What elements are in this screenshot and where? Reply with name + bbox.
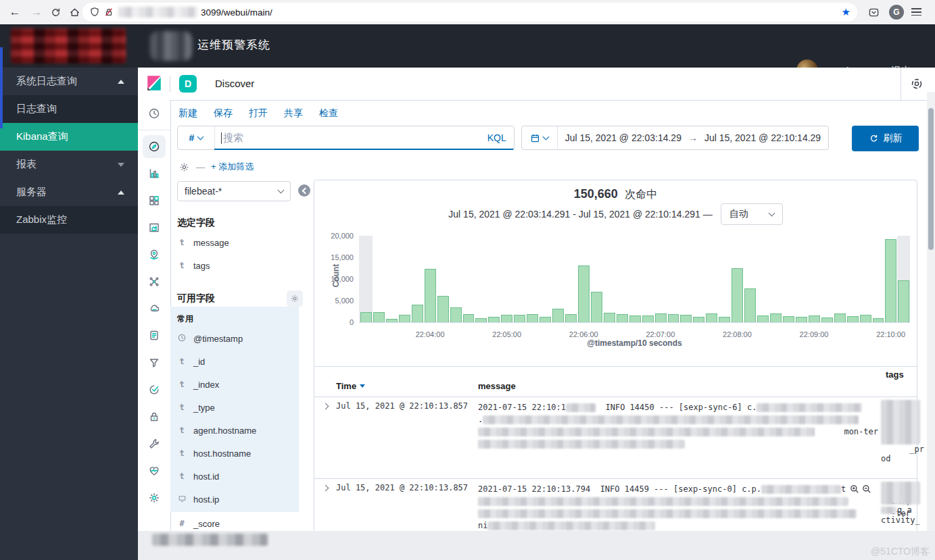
- pocket-button[interactable]: [864, 0, 883, 24]
- histogram-bar[interactable]: [411, 236, 424, 322]
- field-settings-button[interactable]: [287, 290, 303, 307]
- time-range[interactable]: Jul 15, 2021 @ 22:03:14.29 → Jul 15, 202…: [558, 132, 828, 143]
- sidebar-item-1[interactable]: 日志查询: [0, 95, 138, 123]
- histogram-bar[interactable]: [424, 236, 437, 322]
- rail-logs[interactable]: [138, 322, 170, 349]
- rail-discover[interactable]: [138, 133, 170, 160]
- toolbar-link-0[interactable]: 新建: [178, 107, 197, 118]
- field-item-agent.hostname[interactable]: tagent.hostname: [177, 419, 299, 442]
- histogram-bar[interactable]: [846, 236, 859, 322]
- histogram-bar[interactable]: [679, 236, 692, 322]
- collapse-fields-button[interactable]: [298, 184, 310, 197]
- histogram-bar[interactable]: [629, 236, 642, 322]
- help-button[interactable]: [911, 78, 923, 93]
- histogram-bar[interactable]: [616, 236, 629, 322]
- histogram-bar[interactable]: [757, 236, 769, 322]
- histogram-bar[interactable]: [667, 236, 680, 322]
- field-item-host.id[interactable]: thost.id: [177, 465, 299, 488]
- histogram-bar[interactable]: [539, 236, 552, 322]
- histogram-bar[interactable]: [373, 236, 385, 322]
- field-item-host.ip[interactable]: host.ip: [177, 488, 299, 511]
- histogram-bar[interactable]: [360, 236, 373, 322]
- histogram-bar[interactable]: [884, 236, 897, 322]
- histogram-bar[interactable]: [437, 236, 450, 322]
- url-bar[interactable]: 3099/webui/main/ ★: [82, 3, 857, 22]
- toolbar-link-2[interactable]: 打开: [249, 107, 268, 118]
- scrollbar[interactable]: [927, 92, 935, 531]
- rail-uptime[interactable]: [138, 376, 170, 403]
- rail-stack-monitoring[interactable]: [138, 457, 170, 484]
- home-button[interactable]: [65, 0, 84, 24]
- histogram-bar[interactable]: [462, 236, 475, 322]
- histogram-bar[interactable]: [500, 236, 513, 322]
- histogram-bar[interactable]: [795, 236, 808, 322]
- field-item-_index[interactable]: t_index: [177, 373, 299, 396]
- histogram-bar[interactable]: [692, 236, 705, 322]
- forward-button[interactable]: →: [27, 0, 46, 24]
- scrollbar-thumb[interactable]: [928, 108, 934, 250]
- reload-button[interactable]: [46, 0, 65, 24]
- time-from[interactable]: Jul 15, 2021 @ 22:03:14.29: [565, 132, 681, 143]
- magnify-plus-icon[interactable]: [850, 484, 859, 494]
- toolbar-link-3[interactable]: 共享: [284, 107, 303, 118]
- account-button[interactable]: G: [887, 0, 906, 24]
- kibana-logo-icon[interactable]: [145, 74, 163, 92]
- histogram-bar[interactable]: [859, 236, 872, 322]
- histogram-bar[interactable]: [513, 236, 526, 322]
- histogram-bar[interactable]: [897, 236, 910, 322]
- index-pattern-select[interactable]: filebeat-*: [177, 181, 291, 201]
- histogram-bar[interactable]: [808, 236, 821, 322]
- histogram-bar[interactable]: [603, 236, 616, 322]
- rail-canvas[interactable]: [138, 214, 170, 241]
- rail-dashboard[interactable]: [138, 187, 170, 214]
- toolbar-link-4[interactable]: 检查: [319, 107, 338, 118]
- rail-visualize[interactable]: [138, 160, 170, 187]
- sidebar-item-0[interactable]: 系统日志查询: [0, 68, 138, 95]
- sidebar-item-2[interactable]: Kibana查询: [0, 123, 138, 151]
- field-item-host.hostname[interactable]: thost.hostname: [177, 442, 299, 465]
- histogram-bar[interactable]: [590, 236, 603, 322]
- histogram-bar[interactable]: [565, 236, 577, 322]
- add-filter-button[interactable]: + 添加筛选: [211, 161, 254, 173]
- field-item-@timestamp[interactable]: @timestamp: [177, 327, 299, 350]
- saved-query-menu[interactable]: #: [178, 126, 215, 149]
- rail-maps[interactable]: [138, 241, 170, 268]
- histogram-bar[interactable]: [718, 236, 731, 322]
- refresh-button[interactable]: 刷新: [852, 126, 919, 151]
- histogram-bar[interactable]: [872, 236, 885, 322]
- time-to[interactable]: Jul 15, 2021 @ 22:10:14.29: [704, 132, 821, 143]
- field-item-_type[interactable]: t_type: [177, 396, 299, 419]
- histogram-bar[interactable]: [834, 236, 846, 322]
- field-item-message[interactable]: tmessage: [177, 231, 312, 254]
- sidebar-item-4[interactable]: 服务器: [0, 178, 138, 206]
- back-button[interactable]: ←: [5, 0, 24, 24]
- histogram-bar[interactable]: [577, 236, 590, 322]
- field-item-tags[interactable]: ttags: [177, 254, 312, 277]
- histogram-bar[interactable]: [769, 236, 782, 322]
- histogram-bar[interactable]: [642, 236, 654, 322]
- time-picker-menu[interactable]: [522, 126, 558, 149]
- histogram-bar[interactable]: [821, 236, 834, 322]
- rail-recently-viewed[interactable]: [138, 100, 170, 127]
- rail-machine-learning[interactable]: [138, 268, 170, 295]
- histogram-bar[interactable]: [398, 236, 411, 322]
- magnify-minus-icon[interactable]: [862, 484, 871, 494]
- histogram-bar[interactable]: [487, 236, 500, 322]
- column-header-time[interactable]: Time: [336, 381, 365, 391]
- histogram-bar[interactable]: [782, 236, 795, 322]
- expand-row-icon[interactable]: [322, 403, 329, 410]
- field-item-_id[interactable]: t_id: [177, 350, 299, 373]
- histogram-bar[interactable]: [705, 236, 718, 322]
- histogram-bar[interactable]: [731, 236, 744, 322]
- filter-settings-gear-icon[interactable]: [178, 161, 190, 173]
- histogram-bar[interactable]: [654, 236, 667, 322]
- sidebar-item-5[interactable]: Zabbix监控: [0, 206, 138, 234]
- sidebar-item-3[interactable]: 报表: [0, 151, 138, 178]
- histogram-bar[interactable]: [526, 236, 539, 322]
- column-header-tags[interactable]: tags: [886, 370, 904, 380]
- rail-dev-tools[interactable]: [138, 430, 170, 457]
- histogram-bar[interactable]: [744, 236, 757, 322]
- toolbar-link-1[interactable]: 保存: [214, 107, 233, 118]
- histogram-bar[interactable]: [385, 236, 398, 322]
- rail-metrics[interactable]: [138, 295, 170, 322]
